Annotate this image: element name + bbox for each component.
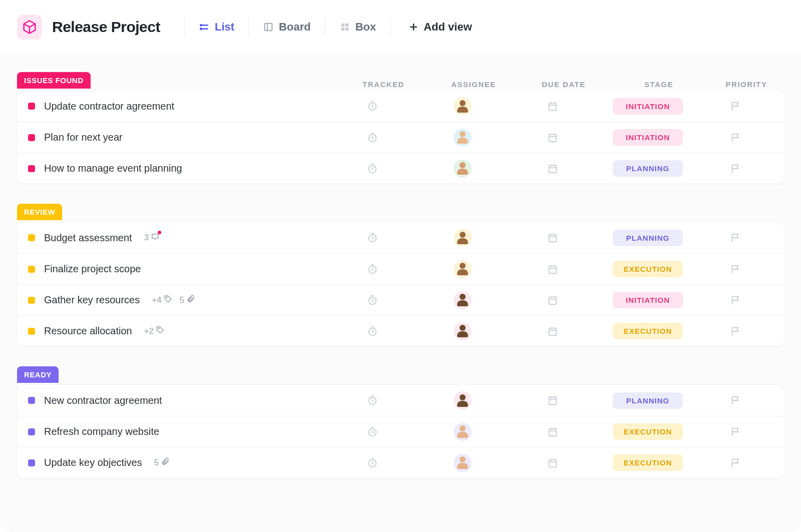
priority-cell[interactable] <box>698 132 773 143</box>
task-row[interactable]: Update contractor agreement <box>17 91 784 122</box>
due-date-cell[interactable] <box>508 101 598 112</box>
status-square-icon[interactable] <box>28 397 35 404</box>
tag-count[interactable]: +2 <box>144 325 165 337</box>
stage-cell[interactable]: PLANNING <box>598 230 698 246</box>
task-row[interactable]: Gather key resources +4 5 <box>17 284 784 315</box>
calendar-icon <box>547 163 558 174</box>
tracked-cell[interactable] <box>327 395 418 406</box>
assignee-cell[interactable] <box>418 322 508 340</box>
assignee-avatar[interactable] <box>454 291 472 309</box>
assignee-cell[interactable] <box>418 423 508 441</box>
status-square-icon[interactable] <box>28 266 35 273</box>
due-date-cell[interactable] <box>508 295 598 306</box>
due-date-cell[interactable] <box>508 132 598 143</box>
group-header: ISSUES FOUNDTRACKED ASSIGNEE DUE DATE ST… <box>17 72 784 89</box>
assignee-cell[interactable] <box>418 129 508 147</box>
tracked-cell[interactable] <box>327 295 418 306</box>
attachment-count[interactable]: 5 <box>154 457 170 468</box>
calendar-icon <box>547 101 558 112</box>
status-square-icon[interactable] <box>28 103 35 110</box>
stage-pill: PLANNING <box>613 392 683 409</box>
assignee-cell[interactable] <box>418 291 508 309</box>
status-square-icon[interactable] <box>28 428 35 435</box>
assignee-avatar[interactable] <box>454 391 472 409</box>
stage-cell[interactable]: EXECUTION <box>598 423 698 440</box>
status-square-icon[interactable] <box>28 459 35 466</box>
tag-count[interactable]: +4 <box>152 294 172 306</box>
assignee-avatar[interactable] <box>454 423 472 441</box>
task-title: Resource allocation <box>44 325 132 337</box>
assignee-cell[interactable] <box>418 454 508 472</box>
due-date-cell[interactable] <box>508 264 598 275</box>
tracked-cell[interactable] <box>327 132 418 143</box>
assignee-cell[interactable] <box>418 160 508 178</box>
view-tab-board[interactable]: Board <box>258 18 316 37</box>
add-view-button[interactable]: Add view <box>409 21 472 34</box>
stage-cell[interactable]: EXECUTION <box>598 454 698 471</box>
tracked-cell[interactable] <box>327 426 418 437</box>
due-date-cell[interactable] <box>508 232 598 243</box>
priority-cell[interactable] <box>698 326 773 337</box>
assignee-avatar[interactable] <box>454 260 472 278</box>
assignee-cell[interactable] <box>418 229 508 247</box>
priority-cell[interactable] <box>698 232 773 243</box>
task-row[interactable]: Budget assessment 3 <box>17 222 784 253</box>
task-row[interactable]: Refresh company website EXE <box>17 416 784 447</box>
assignee-avatar[interactable] <box>454 454 472 472</box>
priority-cell[interactable] <box>698 295 773 306</box>
priority-cell[interactable] <box>698 264 773 275</box>
priority-cell[interactable] <box>698 395 773 406</box>
comment-count[interactable]: 3 <box>144 232 160 244</box>
attachment-count[interactable]: 5 <box>180 294 195 306</box>
tracked-cell[interactable] <box>327 232 418 243</box>
task-row[interactable]: How to manage event planning <box>17 153 784 184</box>
assignee-cell[interactable] <box>418 391 508 409</box>
assignee-avatar[interactable] <box>454 229 472 247</box>
stage-cell[interactable]: EXECUTION <box>598 261 698 277</box>
tag-icon <box>164 294 173 306</box>
task-row[interactable]: Plan for next year INITIATI <box>17 122 784 153</box>
assignee-cell[interactable] <box>418 97 508 115</box>
view-tab-list[interactable]: List <box>194 18 239 37</box>
due-date-cell[interactable] <box>508 395 598 406</box>
stage-cell[interactable]: INITIATION <box>598 98 698 115</box>
priority-cell[interactable] <box>698 101 773 112</box>
tracked-cell[interactable] <box>327 101 418 112</box>
due-date-cell[interactable] <box>508 326 598 337</box>
status-square-icon[interactable] <box>28 165 35 172</box>
group-chip[interactable]: ISSUES FOUND <box>17 72 91 89</box>
stage-cell[interactable]: PLANNING <box>598 160 698 177</box>
stage-cell[interactable]: INITIATION <box>598 129 698 146</box>
status-square-icon[interactable] <box>28 297 35 304</box>
priority-cell[interactable] <box>698 163 773 174</box>
assignee-cell[interactable] <box>418 260 508 278</box>
assignee-avatar[interactable] <box>454 160 472 178</box>
status-square-icon[interactable] <box>28 234 35 241</box>
priority-cell[interactable] <box>698 457 773 468</box>
status-square-icon[interactable] <box>28 134 35 141</box>
task-row[interactable]: Resource allocation +2 <box>17 315 784 346</box>
due-date-cell[interactable] <box>508 426 598 437</box>
priority-cell[interactable] <box>698 426 773 437</box>
group-chip[interactable]: REVIEW <box>17 204 62 220</box>
task-row[interactable]: Update key objectives 5 <box>17 447 784 478</box>
tracked-cell[interactable] <box>327 457 418 468</box>
svg-point-3 <box>200 28 201 29</box>
view-tab-box[interactable]: Box <box>334 18 381 37</box>
tracked-cell[interactable] <box>327 264 418 275</box>
assignee-avatar[interactable] <box>454 322 472 340</box>
due-date-cell[interactable] <box>508 163 598 174</box>
group-chip[interactable]: READY <box>17 366 59 383</box>
task-list: Budget assessment 3 <box>17 222 784 346</box>
assignee-avatar[interactable] <box>454 97 472 115</box>
stage-cell[interactable]: EXECUTION <box>598 323 698 339</box>
task-row[interactable]: New contractor agreement PL <box>17 385 784 416</box>
tracked-cell[interactable] <box>327 326 418 337</box>
stage-cell[interactable]: INITIATION <box>598 292 698 308</box>
status-square-icon[interactable] <box>28 328 35 335</box>
task-row[interactable]: Finalize project scope EXEC <box>17 253 784 284</box>
stage-cell[interactable]: PLANNING <box>598 392 698 409</box>
assignee-avatar[interactable] <box>454 129 472 147</box>
tracked-cell[interactable] <box>327 163 418 174</box>
due-date-cell[interactable] <box>508 457 598 468</box>
